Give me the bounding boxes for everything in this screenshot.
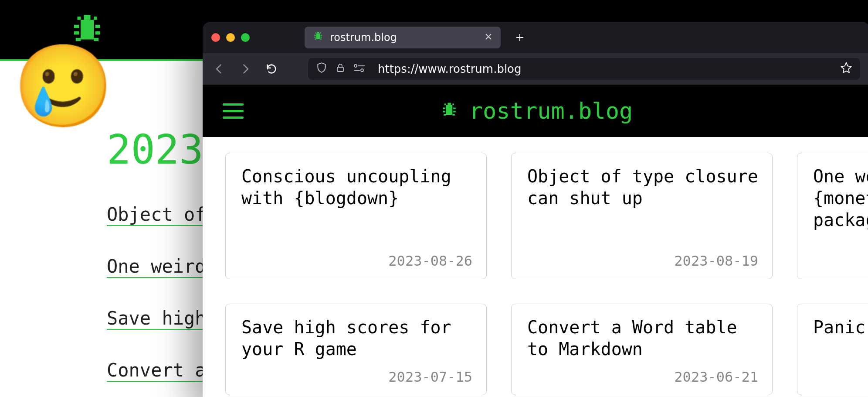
browser-tab[interactable]: rostrum.blog <box>305 27 501 48</box>
svg-rect-1 <box>81 20 94 40</box>
post-card[interactable]: Conscious uncoupling with {blogdown} 202… <box>225 153 487 279</box>
svg-rect-10 <box>317 32 319 33</box>
bookmark-star-icon[interactable] <box>840 62 852 76</box>
svg-rect-12 <box>314 35 315 36</box>
post-card-date: 2023-08-26 <box>241 253 472 269</box>
svg-rect-25 <box>448 103 451 106</box>
bug-icon <box>440 99 459 123</box>
svg-rect-20 <box>337 67 343 72</box>
svg-rect-27 <box>443 108 445 110</box>
bug-icon <box>312 30 324 45</box>
smiling-tear-emoji: 🥲 <box>13 46 114 127</box>
svg-rect-2 <box>74 25 79 28</box>
post-card-title: Panic! I <box>813 316 868 338</box>
svg-rect-9 <box>94 17 97 20</box>
new-tab-button[interactable] <box>512 30 528 45</box>
svg-rect-8 <box>78 17 81 20</box>
svg-rect-4 <box>74 31 79 35</box>
svg-rect-16 <box>315 38 316 39</box>
svg-rect-33 <box>444 103 446 105</box>
browser-window: rostrum.blog htt <box>203 22 868 397</box>
post-card-date: 2023-06-21 <box>527 369 758 385</box>
site-header: rostrum.blog <box>203 85 868 137</box>
lock-icon[interactable] <box>335 62 346 75</box>
svg-rect-14 <box>314 37 315 38</box>
url-text: https://www.rostrum.blog <box>378 62 522 75</box>
tab-title: rostrum.blog <box>330 31 397 44</box>
post-card-grid: Conscious uncoupling with {blogdown} 202… <box>203 137 868 397</box>
hamburger-menu-icon[interactable] <box>223 103 244 119</box>
svg-point-23 <box>361 69 363 72</box>
svg-rect-5 <box>95 31 100 35</box>
post-card[interactable]: Object of type closure can shut up 2023-… <box>511 153 773 279</box>
post-card[interactable]: Save high scores for your R game 2023-07… <box>225 304 487 395</box>
post-card-title: Save high scores for your R game <box>241 316 472 360</box>
post-card[interactable]: Panic! I <box>797 304 868 395</box>
url-bar[interactable]: https://www.rostrum.blog <box>308 58 860 80</box>
permissions-icon[interactable] <box>353 62 366 75</box>
svg-rect-32 <box>452 114 455 116</box>
post-card-title: Object of type closure can shut up <box>527 165 758 209</box>
post-card-date: 2023-07-15 <box>241 369 472 385</box>
post-card[interactable]: Convert a Word table to Markdown 2023-06… <box>511 304 773 395</box>
post-card-title: Conscious uncoupling with {blogdown} <box>241 165 472 209</box>
site-title: rostrum.blog <box>469 98 633 124</box>
svg-rect-17 <box>320 38 321 39</box>
svg-rect-30 <box>453 111 456 113</box>
close-icon[interactable] <box>484 31 493 44</box>
svg-rect-13 <box>320 35 322 36</box>
window-zoom-button[interactable] <box>241 33 250 42</box>
svg-rect-34 <box>452 103 454 105</box>
svg-rect-18 <box>315 32 316 33</box>
window-controls <box>211 33 250 42</box>
window-minimize-button[interactable] <box>226 33 235 42</box>
window-close-button[interactable] <box>211 33 220 42</box>
forward-button[interactable] <box>238 62 252 76</box>
svg-rect-3 <box>95 25 100 28</box>
post-card-title: One weir {monetiz package <box>813 165 868 231</box>
tab-strip: rostrum.blog <box>203 22 868 53</box>
post-card-title: Convert a Word table to Markdown <box>527 316 758 360</box>
post-card[interactable]: One weir {monetiz package <box>797 153 868 279</box>
svg-point-21 <box>354 65 357 67</box>
svg-rect-0 <box>84 15 91 20</box>
svg-rect-29 <box>443 111 445 113</box>
reload-button[interactable] <box>264 62 278 76</box>
svg-rect-26 <box>446 105 452 115</box>
svg-rect-15 <box>320 37 322 38</box>
browser-toolbar: https://www.rostrum.blog <box>203 53 868 85</box>
svg-rect-31 <box>444 114 446 116</box>
post-card-date: 2023-08-19 <box>527 253 758 269</box>
svg-rect-19 <box>320 32 321 33</box>
svg-rect-28 <box>453 108 456 110</box>
page-content: rostrum.blog Conscious uncoupling with {… <box>203 85 868 397</box>
site-brand[interactable]: rostrum.blog <box>440 98 633 124</box>
shield-icon[interactable] <box>316 62 327 76</box>
back-button[interactable] <box>212 62 226 76</box>
svg-rect-11 <box>316 34 320 39</box>
